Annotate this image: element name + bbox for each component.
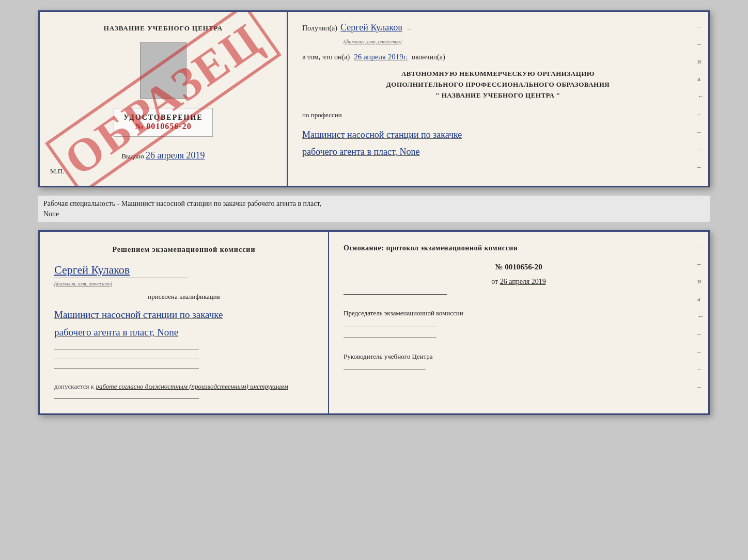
date-row: в том, что он(а) 26 апреля 2019г. окончи… bbox=[302, 53, 694, 61]
и-mark: и bbox=[697, 57, 704, 66]
profession-lines: Машинист насосной станции по закачке раб… bbox=[302, 126, 694, 160]
ruk-label: Руководитель учебного Центра bbox=[344, 351, 694, 362]
protokol-date-val: 26 апреля 2019 bbox=[500, 278, 546, 285]
top-doc-right: Получил(а) Сергей Кулаков – (фамилия, им… bbox=[288, 12, 708, 170]
dash-4: – bbox=[697, 110, 704, 118]
org-line1: АВТОНОМНУЮ НЕКОММЕРЧЕСКУЮ ОРГАНИЗАЦИЮ bbox=[302, 69, 694, 79]
dash-7: – bbox=[697, 163, 704, 171]
dash-1: – bbox=[697, 22, 704, 30]
org-name: " НАЗВАНИЕ УЧЕБНОГО ЦЕНТРА " bbox=[302, 90, 694, 101]
poluchil-fio: Сергей Кулаков bbox=[340, 22, 402, 33]
udostoverenie-title: УДОСТОВЕРЕНИЕ bbox=[123, 114, 202, 122]
vydano-label: Выдано bbox=[121, 152, 144, 160]
mp-label: М.П. bbox=[50, 167, 64, 175]
dash-5: – bbox=[697, 127, 704, 136]
dash-2: – bbox=[697, 40, 704, 48]
top-document: НАЗВАНИЕ УЧЕБНОГО ЦЕНТРА ОБРАЗЕЦ УДОСТОВ… bbox=[38, 10, 710, 187]
protokol-num: № 0010656-20 bbox=[344, 263, 694, 271]
line3-bottom bbox=[54, 369, 199, 369]
org-line2: ДОПОЛНИТЕЛЬНОГО ПРОФЕССИОНАЛЬНОГО ОБРАЗО… bbox=[302, 79, 694, 90]
line2-bottom bbox=[54, 359, 199, 359]
kvalif-value: Машинист насосной станции по закачке раб… bbox=[54, 306, 314, 341]
kvalif-line1: Машинист насосной станции по закачке bbox=[54, 306, 314, 324]
ot-label: от bbox=[491, 278, 498, 285]
profession-label: по профессии bbox=[302, 111, 694, 119]
fio-hint-top: (фамилия, имя, отчество) bbox=[344, 39, 401, 44]
received-row: Получил(а) Сергей Кулаков – bbox=[302, 22, 694, 33]
bottom-doc-left: Решением экзаменационной комиссии Сергей… bbox=[40, 232, 329, 413]
ra-mark: а bbox=[697, 295, 704, 303]
udostoverenie-block: УДОСТОВЕРЕНИЕ № 0010656-20 bbox=[114, 108, 212, 137]
vtom-date: 26 апреля 2019г. bbox=[354, 53, 408, 61]
profession-line1: Машинист насосной станции по закачке bbox=[302, 126, 694, 143]
protokol-date: от 26 апреля 2019 bbox=[344, 278, 694, 286]
poluchil-label: Получил(а) bbox=[302, 24, 337, 33]
rdash-1: – bbox=[697, 242, 704, 250]
okonchil-label: окончил(а) bbox=[412, 53, 445, 61]
dopusk-value: работе согласно должностным (производств… bbox=[96, 382, 288, 390]
bottom-document: Решением экзаменационной комиссии Сергей… bbox=[38, 230, 710, 415]
profession-line2: рабочего агента в пласт, None bbox=[302, 143, 694, 160]
ri-mark: и bbox=[697, 277, 704, 285]
komissia-fio-block: Сергей Кулаков (фамилия, имя, отчество) bbox=[54, 263, 314, 287]
top-doc-left: НАЗВАНИЕ УЧЕБНОГО ЦЕНТРА ОБРАЗЕЦ УДОСТОВ… bbox=[40, 12, 288, 186]
vydano-date: 26 апреля 2019 bbox=[146, 150, 205, 161]
sep-text-line2: None bbox=[43, 210, 59, 218]
komissia-title: Решением экзаменационной комиссии bbox=[54, 244, 314, 255]
photo-placeholder bbox=[140, 42, 186, 99]
top-doc-right-wrapper: Получил(а) Сергей Кулаков – (фамилия, им… bbox=[288, 12, 708, 186]
bottom-doc-right: Основание: протокол экзаменационной коми… bbox=[329, 232, 708, 413]
dash-6: – bbox=[697, 145, 704, 153]
rdash-5: – bbox=[697, 365, 704, 373]
prisvoena-label: присвоена квалификация bbox=[54, 293, 314, 301]
rdash-3: – bbox=[697, 330, 704, 338]
udostoverenie-num: № 0010656-20 bbox=[123, 122, 202, 131]
separator-text: Рабочая специальность - Машинист насосно… bbox=[38, 196, 710, 222]
а-mark: а bbox=[697, 75, 704, 83]
line1-bottom bbox=[54, 349, 199, 349]
rarrow: ← bbox=[697, 312, 704, 321]
side-marks: – – и а ← – – – – bbox=[697, 22, 704, 171]
rdash-6: – bbox=[697, 382, 704, 391]
predsed-label: Председатель экзаменационной комиссии bbox=[344, 308, 694, 318]
rdash-2: – bbox=[697, 260, 704, 268]
sep-text-line1: Рабочая специальность - Машинист насосно… bbox=[43, 200, 321, 207]
predsed-sign-line bbox=[344, 327, 437, 327]
vtom-label: в том, что он(а) bbox=[302, 53, 350, 61]
komissia-fio-hint: (фамилия, имя, отчество) bbox=[54, 281, 112, 286]
rdash-4: – bbox=[697, 347, 704, 356]
osnov-title: Основание: протокол экзаменационной коми… bbox=[344, 244, 694, 252]
predsed-sign-line2 bbox=[344, 338, 437, 338]
komissia-fio: Сергей Кулаков bbox=[54, 263, 130, 276]
right-side-marks: – – и а ← – – – – bbox=[697, 242, 704, 391]
line-right-1 bbox=[344, 294, 447, 295]
dash-3: ← bbox=[697, 92, 704, 101]
dopusk-label: допускается к bbox=[54, 382, 94, 390]
ruk-sign-line bbox=[344, 370, 426, 370]
school-name-top: НАЗВАНИЕ УЧЕБНОГО ЦЕНТРА bbox=[104, 24, 223, 33]
kvalif-line2: рабочего агента в пласт, None bbox=[54, 324, 314, 341]
vydano-row: Выдано 26 апреля 2019 bbox=[121, 150, 205, 161]
org-block: АВТОНОМНУЮ НЕКОММЕРЧЕСКУЮ ОРГАНИЗАЦИЮ ДО… bbox=[302, 69, 694, 101]
line4-bottom bbox=[54, 398, 199, 399]
dopusk-row: допускается к работе согласно должностны… bbox=[54, 381, 314, 392]
